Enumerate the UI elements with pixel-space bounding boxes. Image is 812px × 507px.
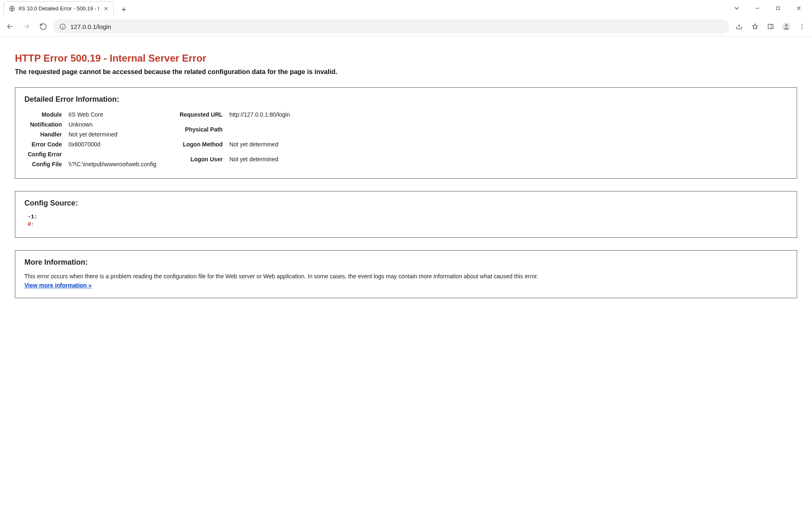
- view-more-information-link[interactable]: View more information »: [24, 282, 91, 289]
- detail-value: Unknown: [65, 120, 159, 129]
- config-source-heading: Config Source:: [24, 199, 788, 208]
- profile-icon[interactable]: [780, 20, 793, 33]
- detail-key: Config Error: [24, 149, 65, 159]
- detail-heading: Detailed Error Information:: [24, 95, 788, 104]
- detail-value: Not yet determined: [226, 139, 293, 154]
- detail-key: Logon User: [176, 154, 226, 169]
- address-bar[interactable]: 127.0.0.1/login: [53, 19, 729, 33]
- detail-value: http://127.0.0.1:80/login: [226, 110, 293, 124]
- bookmark-star-icon[interactable]: [748, 20, 762, 33]
- back-button[interactable]: [3, 20, 17, 33]
- window-close-button[interactable]: [790, 2, 808, 14]
- site-info-icon[interactable]: [59, 23, 66, 30]
- detail-key: Module: [24, 110, 65, 120]
- detail-table-right: Requested URLhttp://127.0.0.1:80/loginPh…: [176, 110, 293, 169]
- share-icon[interactable]: [733, 20, 746, 33]
- svg-point-7: [802, 26, 803, 27]
- page-subtitle: The requested page cannot be accessed be…: [15, 68, 797, 76]
- detail-key: Requested URL: [176, 110, 226, 124]
- more-information-panel: More Information: This error occurs when…: [15, 250, 797, 298]
- detail-table-left: ModuleIIS Web CoreNotificationUnknownHan…: [24, 110, 160, 169]
- globe-icon: [9, 5, 15, 12]
- page-title: HTTP Error 500.19 - Internal Server Erro…: [15, 53, 797, 64]
- chevron-down-icon[interactable]: [728, 2, 746, 14]
- browser-tab[interactable]: IIS 10.0 Detailed Error - 500.19 - I: [3, 1, 114, 15]
- reload-button[interactable]: [36, 20, 50, 33]
- svg-rect-1: [777, 7, 780, 10]
- svg-point-5: [785, 24, 788, 26]
- config-source-line: 0:: [28, 221, 788, 228]
- detail-key: Logon Method: [176, 139, 226, 154]
- svg-point-8: [802, 28, 803, 29]
- detailed-error-panel: Detailed Error Information: ModuleIIS We…: [15, 87, 797, 179]
- more-info-text: This error occurs when there is a proble…: [24, 273, 788, 280]
- detail-key: Config File: [24, 159, 65, 169]
- menu-dots-icon[interactable]: [795, 20, 809, 33]
- detail-key: Error Code: [24, 139, 65, 149]
- new-tab-button[interactable]: [118, 4, 130, 15]
- tab-title: IIS 10.0 Detailed Error - 500.19 - I: [19, 5, 99, 12]
- detail-value: Not yet determined: [226, 154, 293, 169]
- side-panel-icon[interactable]: [764, 20, 777, 33]
- url-text: 127.0.0.1/login: [70, 23, 111, 30]
- window-maximize-button[interactable]: [769, 2, 787, 14]
- config-source-line: -1:: [28, 213, 788, 221]
- detail-value: Not yet determined: [65, 129, 159, 139]
- detail-value: [226, 124, 293, 139]
- detail-key: Notification: [24, 120, 65, 129]
- detail-value: 0x8007000d: [65, 139, 159, 149]
- detail-value: [65, 149, 159, 159]
- svg-point-6: [802, 24, 803, 25]
- more-info-heading: More Information:: [24, 258, 788, 267]
- detail-key: Handler: [24, 129, 65, 139]
- config-source-panel: Config Source: -1: 0:: [15, 191, 797, 238]
- window-minimize-button[interactable]: [748, 2, 766, 14]
- detail-value: IIS Web Core: [65, 110, 159, 120]
- svg-rect-3: [768, 24, 773, 29]
- forward-button[interactable]: [20, 20, 33, 33]
- detail-key: Physical Path: [176, 124, 226, 139]
- tab-close-icon[interactable]: [103, 5, 109, 12]
- detail-value: \\?\C:\inetpub\wwwroot\web.config: [65, 159, 159, 169]
